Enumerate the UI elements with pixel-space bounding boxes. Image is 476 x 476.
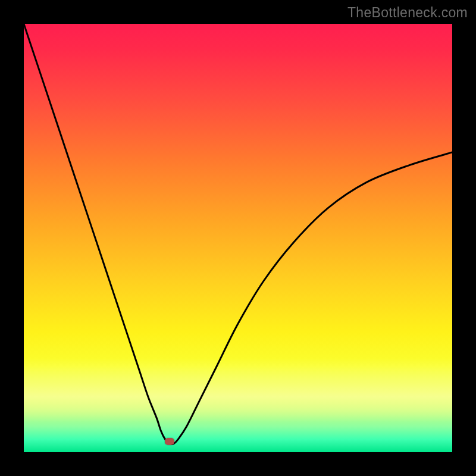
plot-area — [24, 24, 452, 452]
bottleneck-curve — [24, 24, 452, 444]
chart-frame: TheBottleneck.com — [0, 0, 476, 476]
watermark-text: TheBottleneck.com — [347, 5, 468, 21]
optimal-point-marker — [165, 438, 174, 445]
curve-svg — [24, 24, 452, 452]
